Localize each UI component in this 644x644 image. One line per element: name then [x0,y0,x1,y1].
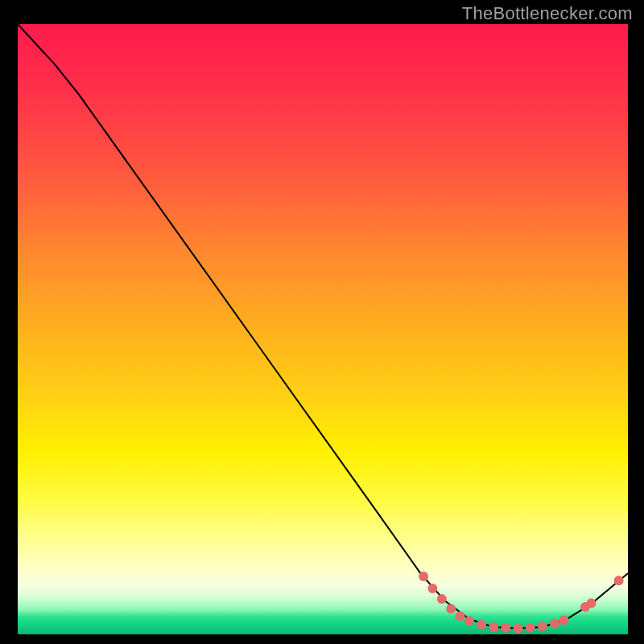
data-dot [559,616,568,625]
data-dot [464,616,474,625]
data-dot [477,620,486,630]
data-dot [614,576,624,585]
curve-layer [0,0,644,644]
dot-group [419,572,624,633]
data-dot [489,622,498,632]
data-dot [437,594,447,604]
data-dot [526,623,535,633]
data-dot [446,604,456,613]
data-dot [550,618,559,628]
data-dot [427,584,437,593]
data-dot [501,623,510,633]
data-dot [587,598,597,608]
watermark-text: TheBottlenecker.com [462,3,633,24]
data-dot [419,572,428,581]
data-dot [538,621,547,631]
data-dot [456,611,465,621]
data-dot [514,623,523,633]
bottleneck-curve [18,24,628,628]
chart-stage: TheBottlenecker.com [0,0,644,644]
